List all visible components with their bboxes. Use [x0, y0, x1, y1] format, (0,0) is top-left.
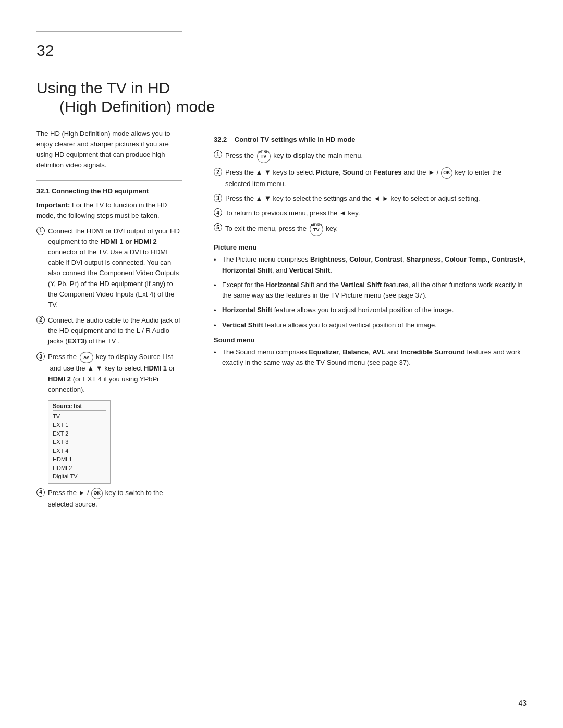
picture-bullet-4-text: Vertical Shift feature allows you to adj… — [222, 320, 437, 330]
page-number: 43 — [518, 699, 527, 707]
chapter-title: 32 Using the TV in HD (High Definition) … — [36, 41, 527, 116]
left-column: The HD (High Definition) mode allows you… — [36, 129, 193, 515]
chapter-title-line1: Using the TV in HD — [36, 79, 527, 97]
right-step-2-text: Press the ▲ ▼ keys to select Picture, So… — [225, 167, 527, 189]
right-step-5: 5 To exit the menu, press the MENUTV key… — [214, 223, 527, 236]
right-step-1-text: Press the MENUTV key to display the main… — [225, 150, 363, 163]
sound-bullet-1-text: The Sound menu comprises Equalizer, Bala… — [222, 347, 527, 368]
page: 32 Using the TV in HD (High Definition) … — [0, 0, 563, 728]
picture-bullet-1: • The Picture menu comprises Brightness,… — [214, 254, 527, 275]
chapter-number: 32 — [36, 41, 527, 60]
picture-bullet-3: • Horizontal Shift feature allows you to… — [214, 305, 527, 316]
right-step-num-1: 1 — [214, 150, 222, 158]
important-text: Important: For the TV to function in the… — [36, 200, 182, 221]
picture-menu-bullets: • The Picture menu comprises Brightness,… — [214, 254, 527, 331]
step-1: 1 Connect the HDMI or DVI output of your… — [36, 226, 182, 310]
subsection-31-title: 32.1 Connecting the HD equipment — [36, 187, 193, 195]
right-step-4-text: To return to previous menu, press the ◄ … — [225, 208, 360, 218]
source-list-title: Source list — [53, 403, 106, 411]
section-rule-31 — [36, 180, 182, 181]
right-step-3-text: Press the ▲ ▼ key to select the settings… — [225, 193, 480, 204]
subsection-32-header: 32.2 Control TV settings while in HD mod… — [214, 135, 527, 143]
important-label: Important: — [36, 201, 70, 209]
subsection-32-num: 32.2 Control TV settings while in HD mod… — [214, 135, 356, 143]
av-key: AV — [80, 352, 93, 363]
tv-label-1: TV — [261, 154, 267, 159]
right-step-4: 4 To return to previous menu, press the … — [214, 208, 527, 218]
sl-item-ext2: EXT 2 — [53, 429, 106, 438]
step-num-3: 3 — [36, 352, 45, 361]
top-rule — [36, 31, 182, 32]
bullet-dot-4: • — [214, 320, 220, 331]
picture-menu-label: Picture menu — [214, 243, 527, 251]
right-step-5-text: To exit the menu, press the MENUTV key. — [225, 223, 338, 236]
sl-item-ext1: EXT 1 — [53, 421, 106, 429]
tv-label-5: TV — [313, 228, 320, 233]
step-4-text: Press the ► / OK key to switch to the se… — [48, 488, 182, 510]
menu-tv-key-1: MENUTV — [257, 150, 271, 163]
ok-key-2: OK — [441, 167, 452, 179]
intro-text: The HD (High Definition) mode allows you… — [36, 129, 182, 171]
sound-menu-label: Sound menu — [214, 336, 527, 344]
sl-item-hdmi1: HDMI 1 — [53, 455, 106, 464]
sl-item-digitaltv: Digital TV — [53, 472, 106, 481]
right-column: 32.2 Control TV settings while in HD mod… — [214, 129, 527, 515]
right-step-num-4: 4 — [214, 208, 222, 217]
step-4: 4 Press the ► / OK key to switch to the … — [36, 488, 182, 510]
sound-bullet-dot-1: • — [214, 348, 220, 358]
steps-list-32: 1 Press the MENUTV key to display the ma… — [214, 150, 527, 236]
step-2-text: Connect the audio cable to the Audio jac… — [48, 315, 182, 347]
sl-item-tv: TV — [53, 412, 106, 421]
sl-item-ext4: EXT 4 — [53, 447, 106, 455]
sl-item-ext3: EXT 3 — [53, 438, 106, 447]
right-step-num-5: 5 — [214, 223, 222, 231]
picture-bullet-3-text: Horizontal Shift feature allows you to a… — [222, 305, 454, 315]
source-list-box: Source list TV EXT 1 EXT 2 EXT 3 EXT 4 H… — [48, 400, 111, 484]
two-col-layout: The HD (High Definition) mode allows you… — [36, 129, 527, 515]
step-num-1: 1 — [36, 227, 45, 235]
step-1-text: Connect the HDMI or DVI output of your H… — [48, 226, 182, 310]
step-3-text: Press the AV key to display Source List … — [48, 352, 182, 394]
menu-tv-key-5: MENUTV — [310, 223, 323, 236]
step-2: 2 Connect the audio cable to the Audio j… — [36, 315, 182, 347]
bullet-dot-1: • — [214, 255, 220, 265]
ok-key: OK — [91, 488, 103, 499]
right-step-2: 2 Press the ▲ ▼ keys to select Picture, … — [214, 167, 527, 189]
picture-bullet-4: • Vertical Shift feature allows you to a… — [214, 320, 527, 331]
picture-bullet-2-text: Except for the Horizontal Shift and the … — [222, 280, 527, 301]
steps-list-31: 1 Connect the HDMI or DVI output of your… — [36, 226, 193, 395]
right-step-num-3: 3 — [214, 194, 222, 202]
right-step-num-2: 2 — [214, 168, 222, 176]
picture-bullet-1-text: The Picture menu comprises Brightness, C… — [222, 254, 527, 275]
col-rule-32 — [214, 129, 527, 129]
step-num-2: 2 — [36, 316, 45, 324]
sl-item-hdmi2: HDMI 2 — [53, 464, 106, 473]
bullet-dot-2: • — [214, 280, 220, 291]
right-step-1: 1 Press the MENUTV key to display the ma… — [214, 150, 527, 163]
picture-bullet-2: • Except for the Horizontal Shift and th… — [214, 280, 527, 301]
right-step-3: 3 Press the ▲ ▼ key to select the settin… — [214, 193, 527, 204]
step-3: 3 Press the AV key to display Source Lis… — [36, 352, 182, 394]
step-num-4: 4 — [36, 488, 45, 497]
sound-menu-bullets: • The Sound menu comprises Equalizer, Ba… — [214, 347, 527, 368]
sound-bullet-1: • The Sound menu comprises Equalizer, Ba… — [214, 347, 527, 368]
chapter-title-line2: (High Definition) mode — [36, 97, 527, 116]
bullet-dot-3: • — [214, 305, 220, 316]
